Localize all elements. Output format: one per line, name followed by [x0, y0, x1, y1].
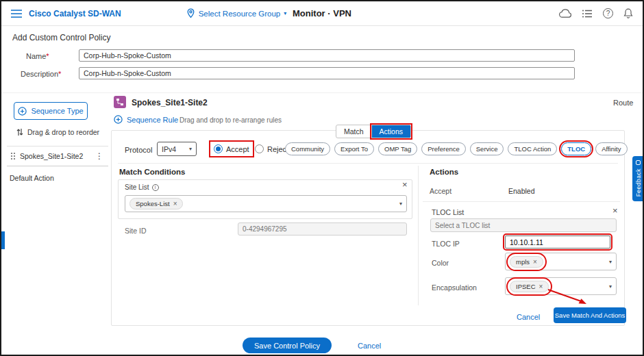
topbar-actions: ? — [559, 8, 633, 18]
kebab-menu-icon[interactable]: ⋮ — [95, 151, 103, 161]
location-pin-icon — [186, 8, 195, 18]
action-chip-affinity[interactable]: Affinity — [595, 142, 627, 155]
reject-radio[interactable] — [255, 144, 264, 153]
action-chip-row: Community Export To OMP Tag Preference S… — [285, 142, 628, 155]
remove-site-list-icon[interactable]: × — [402, 180, 408, 189]
reorder-hint: Drag & drop to reorder — [16, 128, 99, 136]
remove-tloc-block-icon[interactable]: × — [612, 206, 618, 215]
action-chip-tloc[interactable]: TLOC — [561, 142, 591, 155]
sequence-title: Spokes_Site1-Site2 — [132, 98, 208, 107]
color-tag: mpls × — [510, 256, 543, 268]
required-marker: * — [46, 52, 49, 60]
protocol-label: Protocol — [125, 146, 152, 154]
route-label[interactable]: Route — [613, 99, 633, 107]
action-chip-service[interactable]: Service — [470, 142, 504, 155]
drag-handle-icon[interactable] — [10, 152, 16, 160]
save-match-actions-button[interactable]: Save Match And Actions — [554, 307, 626, 323]
default-action-label[interactable]: Default Action — [10, 174, 54, 182]
notifications-bell-icon[interactable] — [623, 8, 633, 18]
accept-action-label: Accept — [430, 187, 451, 195]
app-window: Cisco Catalyst SD-WAN Select Resource Gr… — [0, 0, 644, 356]
save-control-policy-button[interactable]: Save Control Policy — [243, 338, 332, 353]
up-down-arrows-icon — [16, 128, 23, 136]
tloc-ip-input[interactable] — [505, 236, 610, 249]
action-chip-preference[interactable]: Preference — [421, 142, 465, 155]
color-label: Color — [432, 259, 449, 267]
action-chip-community[interactable]: Community — [285, 142, 330, 155]
tloc-list-label: TLOC List — [432, 208, 464, 216]
resource-group-label: Select Resource Group — [199, 10, 281, 18]
tab-actions[interactable]: Actions — [372, 125, 410, 138]
name-label: Name* — [26, 52, 49, 60]
sidebar-item-sequence[interactable]: Spokes_Site1-Site2 ⋮ — [7, 146, 108, 166]
chevron-down-icon: ▾ — [284, 10, 286, 16]
task-list-icon[interactable] — [582, 10, 593, 18]
match-conditions-title: Match Conditions — [119, 168, 185, 176]
action-chip-export-to[interactable]: Export To — [334, 142, 374, 155]
sequence-type-label: Sequence Type — [31, 107, 83, 115]
encapsulation-tag: IPSEC × — [510, 281, 549, 292]
accept-radio[interactable] — [214, 144, 223, 153]
sequence-type-button[interactable]: Sequence Type — [14, 102, 88, 120]
match-actions-cancel-link[interactable]: Cancel — [517, 313, 540, 321]
color-dropdown[interactable]: mpls × ▾ — [505, 253, 617, 270]
info-icon: i — [152, 184, 159, 191]
remove-tag-icon[interactable]: × — [539, 283, 543, 290]
remove-tag-icon[interactable]: × — [173, 200, 177, 207]
sidebar-item-label: Spokes_Site1-Site2 — [20, 152, 83, 160]
top-bar: Cisco Catalyst SD-WAN Select Resource Gr… — [1, 1, 643, 26]
accept-radio-label: Accept — [226, 145, 249, 153]
action-chip-omp-tag[interactable]: OMP Tag — [378, 142, 417, 155]
cloud-icon[interactable] — [559, 9, 572, 18]
tloc-list-input — [430, 218, 617, 232]
circle-plus-icon — [114, 115, 123, 124]
column-divider — [418, 166, 419, 305]
protocol-select[interactable]: IPv4 ▾ — [157, 142, 197, 156]
tloc-block-divider — [423, 201, 620, 202]
accept-radio-group: Accept — [211, 142, 252, 155]
encapsulation-dropdown[interactable]: IPSEC × ▾ — [505, 277, 617, 295]
circle-plus-icon — [18, 107, 27, 116]
protocol-value: IPv4 — [162, 145, 176, 153]
feedback-tab[interactable]: Feedback — [632, 156, 644, 201]
description-label: Description* — [21, 70, 61, 78]
section-divider — [1, 92, 644, 93]
tloc-ip-label: TLOC IP — [432, 240, 460, 248]
help-icon[interactable]: ? — [603, 8, 613, 18]
page-title: Add Custom Control Policy — [12, 33, 110, 42]
left-edge-accent — [1, 231, 5, 249]
site-list-dropdown[interactable]: Spokes-List × ▾ — [125, 195, 407, 212]
site-list-label: Site List i — [125, 183, 159, 191]
site-list-tag: Spokes-List × — [129, 198, 183, 209]
chevron-down-icon: ▾ — [609, 283, 612, 290]
feedback-icon — [636, 160, 641, 165]
action-chip-tloc-action[interactable]: TLOC Action — [508, 142, 557, 155]
sequence-rule-button[interactable]: Sequence Rule — [114, 115, 178, 124]
name-input[interactable] — [79, 49, 575, 62]
required-marker: * — [58, 70, 61, 78]
tab-match[interactable]: Match — [336, 125, 372, 138]
feedback-label: Feedback — [635, 168, 642, 196]
footer-cancel-link[interactable]: Cancel — [358, 342, 381, 350]
chevron-down-icon: ▾ — [189, 146, 192, 152]
description-input[interactable] — [79, 67, 575, 79]
rule-divider — [118, 163, 618, 164]
encapsulation-label: Encapsulation — [432, 283, 477, 292]
match-actions-tabs: Match Actions — [336, 125, 411, 138]
sequence-type-icon — [114, 96, 126, 108]
page-breadcrumb: Monitor · VPN — [293, 8, 351, 18]
actions-title: Actions — [430, 168, 458, 176]
accept-action-value: Enabled — [508, 187, 535, 195]
site-id-label: Site ID — [125, 227, 147, 235]
brand-logo[interactable]: Cisco Catalyst SD-WAN — [29, 9, 121, 18]
remove-tag-icon[interactable]: × — [533, 258, 537, 266]
site-id-input — [238, 222, 407, 236]
radio-dot — [216, 147, 221, 151]
drag-rules-hint: Drag and drop to re-arrange rules — [179, 116, 282, 124]
resource-group-selector[interactable]: Select Resource Group ▾ — [186, 8, 287, 18]
chevron-down-icon: ▾ — [399, 201, 402, 207]
chevron-down-icon: ▾ — [609, 259, 612, 265]
hamburger-menu-icon[interactable] — [11, 10, 22, 18]
